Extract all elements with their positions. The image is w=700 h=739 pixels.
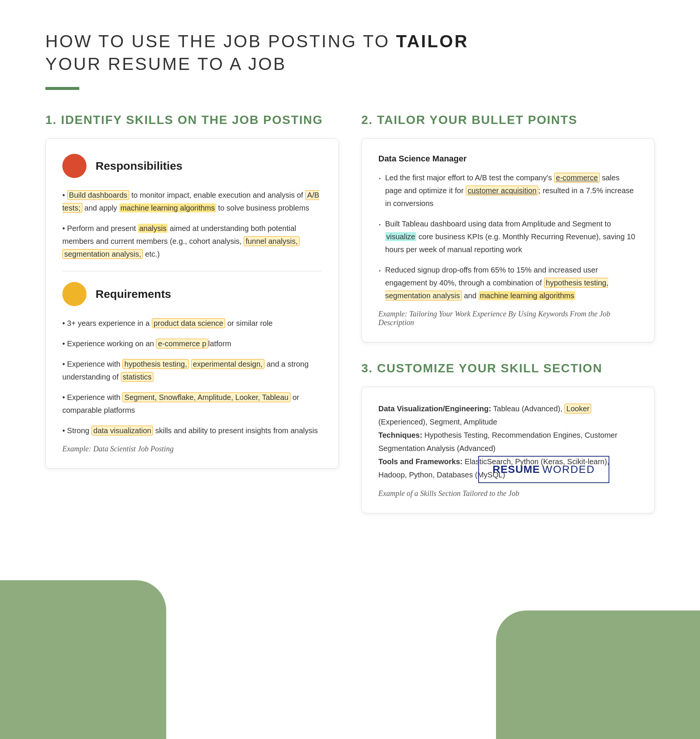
req-item5: • Strong data visualization skills and a… bbox=[62, 424, 322, 437]
highlight-analysis: analysis bbox=[138, 224, 167, 233]
requirements-title: Requirements bbox=[96, 288, 171, 301]
job-title: Data Science Manager bbox=[379, 154, 638, 164]
highlight-segmentation: segmentation analysis, bbox=[62, 249, 143, 259]
two-column-layout: 1. IDENTIFY SKILLS ON THE JOB POSTING Re… bbox=[45, 113, 655, 513]
logo-container: RESUME WORDED bbox=[478, 456, 609, 483]
green-divider bbox=[45, 87, 79, 90]
main-title: HOW TO USE THE JOB POSTING TO TAILOR YOU… bbox=[45, 30, 655, 76]
highlight-funnel: funnel analysis, bbox=[244, 236, 300, 246]
highlight-customer-acquisition: customer acquisition bbox=[466, 186, 538, 195]
bullet2: Built Tableau dashboard using data from … bbox=[379, 217, 638, 256]
section1-title: 1. IDENTIFY SKILLS ON THE JOB POSTING bbox=[45, 113, 339, 127]
logo-box: RESUME WORDED bbox=[478, 456, 609, 483]
bullet3: Reduced signup drop-offs from 65% to 15%… bbox=[379, 263, 638, 302]
highlight-ml-algo2: machine learning algorithms bbox=[479, 291, 575, 300]
left-column: 1. IDENTIFY SKILLS ON THE JOB POSTING Re… bbox=[45, 113, 339, 469]
responsibilities-body: • Build dashboards to monitor impact, en… bbox=[62, 189, 322, 260]
red-circle-icon bbox=[62, 154, 87, 178]
bg-shape-left bbox=[0, 580, 166, 739]
section3-example: Example of a Skills Section Tailored to … bbox=[379, 489, 638, 498]
section1-card: Responsibilities • Build dashboards to m… bbox=[45, 138, 339, 469]
highlight-ecommerce-right: e-commerce bbox=[554, 173, 600, 183]
highlight-experimental: experimental design, bbox=[191, 359, 265, 369]
section2-bullets: Led the first major effort to A/B test t… bbox=[379, 171, 638, 302]
right-column: 2. TAILOR YOUR BULLET POINTS Data Scienc… bbox=[362, 113, 655, 513]
highlight-hypothesis: hypothesis testing, bbox=[122, 359, 189, 369]
responsibilities-header: Responsibilities bbox=[62, 154, 322, 178]
section3-card: Data Visualization/Engineering: Tableau … bbox=[362, 387, 655, 513]
requirements-header: Requirements bbox=[62, 282, 322, 306]
section1-example: Example: Data Scientist Job Posting bbox=[62, 445, 322, 453]
req-item1: • 3+ years experience in a product data … bbox=[62, 317, 322, 330]
skills-viz: Data Visualization/Engineering: Tableau … bbox=[379, 402, 638, 429]
req-item2: • Experience working on an e-commerce pl… bbox=[62, 337, 322, 350]
highlight-build-dashboards: Build dashboards bbox=[67, 190, 130, 200]
req-item4: • Experience with Segment, Snowflake, Am… bbox=[62, 391, 322, 417]
highlight-ml-algorithms: machine learning algorithms bbox=[119, 203, 216, 212]
highlight-tools: Segment, Snowflake, Amplitude, Looker, T… bbox=[122, 392, 290, 402]
section2-title: 2. TAILOR YOUR BULLET POINTS bbox=[362, 113, 655, 127]
section2-example: Example: Tailoring Your Work Experience … bbox=[379, 310, 638, 327]
section2-card: Data Science Manager Led the first major… bbox=[362, 138, 655, 342]
bullet1: Led the first major effort to A/B test t… bbox=[379, 171, 638, 210]
skills-techniques: Techniques: Hypothesis Testing, Recommen… bbox=[379, 429, 638, 455]
req-item3: • Experience with hypothesis testing, ex… bbox=[62, 358, 322, 383]
responsibilities-title: Responsibilities bbox=[96, 160, 182, 172]
section3-title: 3. CUSTOMIZE YOUR SKILL SECTION bbox=[362, 361, 655, 375]
bg-shape-right bbox=[496, 610, 700, 739]
highlight-visualize: visualize bbox=[385, 232, 417, 241]
requirements-body: • 3+ years experience in a product data … bbox=[62, 317, 322, 437]
resp-bullet2: • Perform and present analysis aimed at … bbox=[62, 222, 322, 260]
orange-circle-icon bbox=[62, 282, 87, 306]
highlight-data-viz: data visualization bbox=[91, 426, 153, 435]
card-divider bbox=[62, 271, 322, 271]
logo-resume: RESUME bbox=[493, 463, 540, 476]
resp-bullet1: • Build dashboards to monitor impact, en… bbox=[62, 189, 322, 214]
highlight-statistics: statistics bbox=[121, 372, 154, 382]
highlight-looker: Looker bbox=[564, 404, 591, 414]
highlight-product-data-science: product data science bbox=[152, 318, 226, 328]
logo-worded: WORDED bbox=[542, 463, 595, 476]
highlight-ecommerce: e-commerce p bbox=[156, 339, 208, 349]
